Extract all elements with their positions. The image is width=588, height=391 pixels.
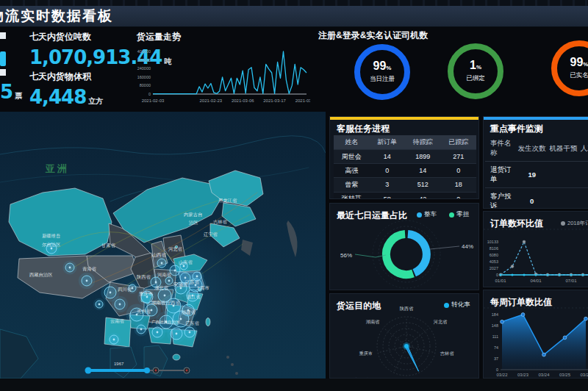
service-panel-title: 客服任务进程 bbox=[337, 123, 390, 135]
svg-text:黑龙江省: 黑龙江省 bbox=[218, 198, 237, 204]
table-cell: 512 bbox=[405, 178, 441, 192]
svg-text:4053: 4053 bbox=[490, 259, 498, 264]
svg-text:辽宁省: 辽宁省 bbox=[204, 232, 218, 237]
svg-text:160000: 160000 bbox=[137, 75, 151, 79]
svg-text:2021-03-17: 2021-03-17 bbox=[263, 98, 286, 103]
table-cell: 客户投诉 bbox=[485, 188, 517, 209]
svg-text:400000: 400000 bbox=[137, 49, 151, 54]
donut-right-label: 44% bbox=[462, 243, 473, 250]
ring-label: 已绑定 bbox=[466, 74, 485, 83]
table-row: 高强0140 bbox=[334, 164, 476, 178]
svg-text:重庆市: 重庆市 bbox=[359, 351, 373, 356]
weekly-orders-chart: 0377411114818403/2203/2303/2403/2503/26 bbox=[484, 290, 588, 379]
table-cell: 271 bbox=[441, 150, 477, 164]
svg-text:6080: 6080 bbox=[490, 253, 498, 257]
ring-label: 当日注册 bbox=[370, 75, 395, 84]
table-cell bbox=[548, 188, 579, 209]
svg-text:2021-03-06: 2021-03-06 bbox=[232, 98, 254, 103]
destination-radar-chart: 陕西省河北省吉林省广东省新疆维吾尔自治区重庆市湖南省 bbox=[330, 294, 479, 379]
order-ring-ratio-panel: 订单数环比值 2018年订单数 020274053608081061013301… bbox=[483, 211, 588, 287]
table-cell bbox=[579, 162, 588, 188]
svg-text:贵州省: 贵州省 bbox=[137, 309, 151, 314]
svg-text:尔自治区: 尔自治区 bbox=[42, 242, 61, 248]
svg-text:治区: 治区 bbox=[188, 220, 198, 226]
svg-text:吉林省: 吉林省 bbox=[213, 219, 228, 224]
table-cell: 张桂芬 bbox=[334, 192, 370, 199]
bottom-strip bbox=[0, 379, 588, 391]
column-header: 人工干预 bbox=[579, 136, 588, 162]
ring-verified: 99% 已实名 bbox=[551, 40, 588, 96]
svg-text:广东省: 广东省 bbox=[185, 320, 200, 326]
ring-bound: 1% 已绑定 bbox=[448, 43, 503, 99]
svg-text:广西壮族自治区: 广西壮族自治区 bbox=[151, 320, 180, 325]
svg-text:0: 0 bbox=[496, 273, 498, 277]
table-cell: 3 bbox=[370, 178, 406, 192]
continent-label: 亚洲 bbox=[45, 163, 69, 174]
svg-text:陕西省: 陕西省 bbox=[137, 274, 151, 280]
table-cell: 58 bbox=[370, 192, 406, 199]
svg-text:吉林省: 吉林省 bbox=[440, 351, 454, 356]
service-task-panel: 客服任务进程 姓名新订单待跟踪已跟踪周世会141899271高强0140曾紫35… bbox=[329, 116, 479, 199]
svg-text:80000: 80000 bbox=[140, 83, 151, 87]
svg-text:河北省: 河北省 bbox=[168, 246, 183, 252]
svg-text:重庆市: 重庆市 bbox=[139, 291, 153, 296]
slider-handle[interactable] bbox=[144, 367, 150, 373]
ring-value: 1% bbox=[470, 60, 481, 73]
svg-text:2021-02-23: 2021-02-23 bbox=[200, 98, 223, 103]
svg-text:240000: 240000 bbox=[137, 66, 151, 71]
svg-text:湖北省: 湖北省 bbox=[154, 285, 169, 291]
table-cell bbox=[548, 162, 579, 188]
column-header: 事件名称 bbox=[485, 136, 517, 162]
ring-value: 99% bbox=[570, 57, 588, 70]
table-cell: 42 bbox=[405, 192, 441, 199]
weekly-orders-panel: 每周订单数比值 0377411114818403/2203/2303/2403/… bbox=[483, 290, 588, 379]
svg-text:山东省: 山东省 bbox=[179, 259, 193, 265]
table-cell: 14 bbox=[405, 164, 441, 178]
cut-stat-value: 5票 bbox=[0, 81, 22, 103]
slider-handle[interactable] bbox=[85, 367, 92, 374]
svg-text:184: 184 bbox=[492, 312, 498, 317]
table-cell: 0 bbox=[370, 164, 406, 178]
table-cell: 退货订单 bbox=[485, 162, 517, 188]
ring-label: 已实名 bbox=[570, 71, 588, 80]
svg-text:湖南省: 湖南省 bbox=[366, 319, 380, 325]
top-decor-strip bbox=[0, 0, 588, 6]
volume-share-panel: 最近七日运量占比 整车 零担 56% 44% bbox=[329, 203, 479, 290]
svg-text:湖南省: 湖南省 bbox=[151, 300, 166, 305]
rings-title: 注册&登录&实名认证司机数 bbox=[318, 29, 428, 42]
key-events-table: 事件名称发生次数机器干预人工干预退货订单19客户投诉0发生延误120接单延误81… bbox=[485, 136, 588, 209]
svg-text:甘肃省: 甘肃省 bbox=[101, 243, 116, 248]
table-cell: 0 bbox=[517, 188, 548, 209]
svg-text:新疆维吾: 新疆维吾 bbox=[42, 233, 61, 239]
svg-text:0: 0 bbox=[148, 92, 151, 96]
svg-text:03/23: 03/23 bbox=[517, 373, 529, 377]
column-header: 姓名 bbox=[334, 135, 370, 150]
table-cell: 曾紫 bbox=[334, 178, 370, 192]
page-title: 物流实时数据看板 bbox=[0, 6, 588, 26]
svg-text:浙江省: 浙江省 bbox=[187, 294, 201, 300]
cut-stat-column: 5票 bbox=[0, 28, 26, 109]
svg-text:青海省: 青海省 bbox=[82, 266, 97, 272]
svg-text:四川省: 四川省 bbox=[118, 287, 132, 293]
cut-value-fragment bbox=[0, 51, 6, 66]
table-cell: 18 bbox=[441, 178, 477, 192]
ring-registered: 99% 当日注册 bbox=[354, 44, 410, 100]
ring-value: 99% bbox=[373, 60, 392, 73]
svg-text:河北省: 河北省 bbox=[434, 319, 448, 325]
svg-text:2021-02-03: 2021-02-03 bbox=[142, 98, 165, 103]
svg-text:0: 0 bbox=[496, 367, 498, 372]
table-cell: 14 bbox=[370, 150, 406, 164]
svg-text:03/26: 03/26 bbox=[580, 373, 588, 377]
svg-text:2027: 2027 bbox=[490, 266, 498, 270]
svg-text:37: 37 bbox=[494, 356, 498, 361]
svg-text:上海市: 上海市 bbox=[196, 285, 209, 291]
svg-text:8106: 8106 bbox=[490, 246, 498, 251]
header-bar: 物流实时数据看板 bbox=[0, 6, 588, 27]
freight-trend-chart: 0800001600002400003200004000002021-02-03… bbox=[135, 29, 310, 109]
panel-accent-bar bbox=[484, 117, 588, 120]
svg-text:04/01: 04/01 bbox=[530, 279, 542, 283]
cut-label-fragment bbox=[0, 32, 6, 39]
svg-text:河南省: 河南省 bbox=[157, 272, 172, 278]
donut-left-label: 56% bbox=[340, 252, 352, 259]
column-header: 发生次数 bbox=[517, 136, 548, 162]
